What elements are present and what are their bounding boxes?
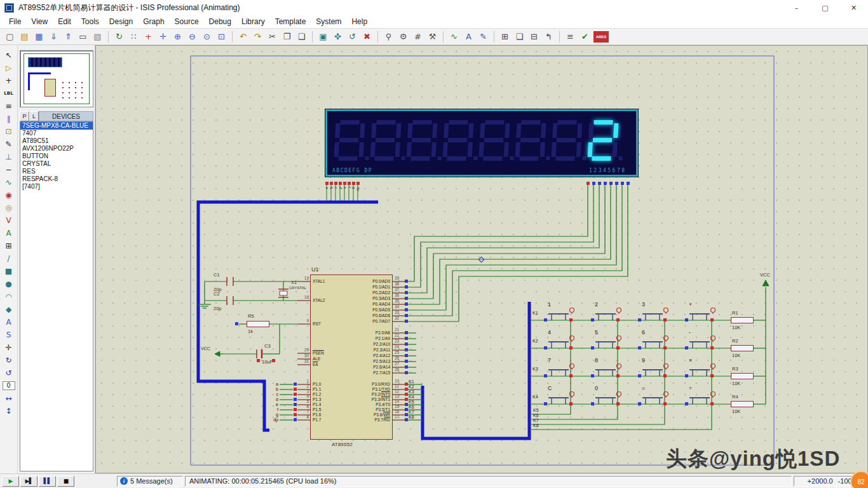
selection-tool[interactable]: ↖: [2, 49, 16, 62]
menu-graph[interactable]: Graph: [138, 15, 169, 28]
key-9[interactable]: 9: [634, 357, 679, 380]
toggle-grid-button[interactable]: ∷: [126, 30, 141, 44]
key-×[interactable]: ×: [681, 357, 726, 380]
new-root-sheet-button[interactable]: ❏: [512, 30, 527, 44]
make-device-button[interactable]: ⚙: [396, 30, 410, 44]
maximize-button[interactable]: ▢: [811, 0, 839, 15]
packaging-tool-button[interactable]: #: [410, 30, 425, 44]
key-7[interactable]: 7: [540, 357, 585, 380]
generator-tool[interactable]: ◎: [2, 201, 16, 214]
sim-pause-button[interactable]: ▌▌: [39, 476, 56, 487]
mirror-horizontal-tool[interactable]: ↔: [2, 392, 16, 405]
export-section-button[interactable]: ⇑: [61, 30, 76, 44]
menu-system[interactable]: System: [311, 15, 346, 28]
block-rotate-button[interactable]: ↺: [345, 30, 360, 44]
key-=[interactable]: =: [634, 385, 679, 408]
key-4[interactable]: 4: [540, 329, 585, 352]
circle-tool[interactable]: ●: [2, 278, 16, 290]
text-tool[interactable]: A: [2, 316, 16, 329]
device-item[interactable]: AVX1206NPO22P: [20, 145, 93, 152]
path-tool[interactable]: ◆: [2, 303, 16, 316]
import-section-button[interactable]: ⇓: [46, 30, 61, 44]
junction-dot-tool[interactable]: +: [2, 74, 16, 87]
zoom-area-button[interactable]: ⊡: [214, 30, 229, 44]
zoom-out-button[interactable]: ⊖: [185, 30, 200, 44]
rotation-angle-input[interactable]: 0: [3, 381, 15, 390]
library-manager-button[interactable]: L: [29, 111, 39, 121]
current-probe-tool[interactable]: A: [2, 227, 16, 240]
mcu-body[interactable]: [310, 274, 393, 440]
cut-button[interactable]: ✂: [265, 30, 280, 44]
close-button[interactable]: ✕: [839, 0, 868, 15]
pan-view-button[interactable]: ✛: [156, 30, 170, 44]
remove-sheet-button[interactable]: ⊟: [527, 30, 541, 44]
redo-button[interactable]: ↷: [250, 30, 265, 44]
component-tool[interactable]: ▷: [2, 62, 16, 74]
decompose-button[interactable]: ⚒: [425, 30, 440, 44]
virtual-instruments-tool[interactable]: ⊞: [2, 240, 16, 252]
paste-button[interactable]: ❏: [294, 30, 309, 44]
redraw-button[interactable]: ↻: [112, 30, 126, 44]
terminal-tool[interactable]: ⊥: [2, 151, 16, 163]
device-item[interactable]: RES: [20, 168, 93, 175]
preview-pane[interactable]: [20, 50, 93, 107]
key-1[interactable]: 1: [540, 301, 585, 324]
device-item[interactable]: [7407]: [20, 183, 93, 191]
zoom-all-button[interactable]: ⊙: [200, 30, 214, 44]
seven-segment-display[interactable]: ABCDEFG DP 12345678: [325, 109, 638, 177]
key-÷[interactable]: ÷: [681, 385, 726, 408]
key-+[interactable]: +: [681, 301, 726, 324]
netlist-to-ares-button[interactable]: ARES: [593, 31, 609, 43]
menu-debug[interactable]: Debug: [204, 15, 236, 28]
symbol-tool[interactable]: S: [2, 329, 16, 341]
wire-autorouter-button[interactable]: ∿: [447, 30, 461, 44]
menu-source[interactable]: Source: [170, 15, 204, 28]
resistor-r5-body[interactable]: [247, 321, 269, 327]
voltage-probe-tool[interactable]: V: [2, 214, 16, 227]
electrical-rule-check-button[interactable]: ✔: [578, 30, 592, 44]
device-item[interactable]: AT89C51: [20, 137, 93, 145]
mark-output-area-button[interactable]: ▧: [90, 30, 105, 44]
device-item[interactable]: 7407: [20, 130, 93, 137]
device-item[interactable]: CRYSTAL: [20, 160, 93, 168]
wire-label-tool[interactable]: LBL: [2, 87, 16, 100]
device-item[interactable]: RESPACK-8: [20, 175, 93, 183]
block-delete-button[interactable]: ✖: [360, 30, 374, 44]
resistor-r4-body[interactable]: [731, 401, 754, 407]
text-script-tool[interactable]: ≡: [2, 100, 16, 112]
resistor-r2-body[interactable]: [731, 345, 754, 351]
menu-help[interactable]: Help: [346, 15, 372, 28]
menu-template[interactable]: Template: [270, 15, 311, 28]
key-8[interactable]: 8: [587, 357, 632, 380]
block-copy-button[interactable]: ▣: [316, 30, 330, 44]
marker-tool[interactable]: ✛: [2, 341, 16, 354]
minimize-button[interactable]: –: [782, 0, 811, 15]
subcircuit-tool[interactable]: ⊡: [2, 125, 16, 138]
bus-tool[interactable]: ∥: [2, 112, 16, 125]
key--[interactable]: -: [681, 329, 726, 352]
arc-tool[interactable]: ◠: [2, 290, 16, 303]
tape-recorder-tool[interactable]: ◉: [2, 189, 16, 201]
line-tool[interactable]: /: [2, 252, 16, 265]
box-tool[interactable]: ■: [2, 265, 16, 278]
property-assignment-button[interactable]: ✎: [476, 30, 491, 44]
key-C[interactable]: C: [540, 385, 585, 408]
goto-parent-sheet-button[interactable]: ↰: [541, 30, 556, 44]
undo-button[interactable]: ↶: [236, 30, 250, 44]
view-bom-button[interactable]: ≡: [563, 30, 578, 44]
sim-play-button[interactable]: ▶: [2, 476, 19, 487]
key-3[interactable]: 3: [634, 301, 679, 324]
device-item[interactable]: 7SEG-MPX8-CA-BLUE: [20, 122, 93, 130]
copy-button[interactable]: ❐: [280, 30, 294, 44]
pick-device-button[interactable]: P: [20, 111, 29, 121]
mirror-vertical-tool[interactable]: ↕: [2, 405, 16, 417]
key-2[interactable]: 2: [587, 301, 632, 324]
print-button[interactable]: ▭: [76, 30, 90, 44]
key-6[interactable]: 6: [634, 329, 679, 352]
menu-view[interactable]: View: [26, 15, 53, 28]
menu-library[interactable]: Library: [236, 15, 270, 28]
false-origin-button[interactable]: +: [141, 30, 156, 44]
block-move-button[interactable]: ✜: [330, 30, 345, 44]
pick-parts-button[interactable]: ⚲: [381, 30, 396, 44]
search-and-tag-button[interactable]: A: [461, 30, 476, 44]
